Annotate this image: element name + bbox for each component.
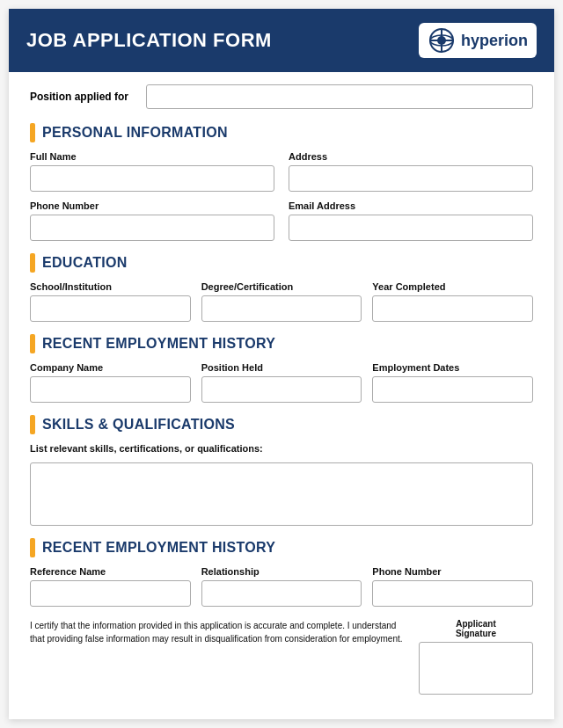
- company-label: Company Name: [30, 362, 191, 373]
- certification-row: I certify that the information provided …: [30, 619, 533, 695]
- emp-dates-group: Employment Dates: [372, 362, 533, 403]
- position-row: Position applied for: [30, 84, 533, 109]
- address-input[interactable]: [289, 165, 533, 192]
- ref-phone-input[interactable]: [372, 580, 533, 607]
- skills-field-group: List relevant skills, certifications, or…: [30, 443, 533, 526]
- position-input[interactable]: [146, 84, 533, 109]
- school-input[interactable]: [30, 295, 191, 322]
- employment-section: RECENT EMPLOYMENT HISTORY Company Name P…: [30, 334, 533, 403]
- company-group: Company Name: [30, 362, 191, 403]
- school-group: School/Institution: [30, 281, 191, 322]
- references-row: Reference Name Relationship Phone Number: [30, 566, 533, 607]
- skills-section-bar: [30, 415, 35, 434]
- certification-text: I certify that the information provided …: [30, 619, 405, 645]
- year-group: Year Completed: [372, 281, 533, 322]
- company-input[interactable]: [30, 376, 191, 403]
- logo-area: hyperion: [419, 23, 537, 58]
- header: JOB APPLICATION FORM hyperion: [9, 9, 554, 72]
- phone-label: Phone Number: [30, 200, 274, 211]
- sig-label: ApplicantSignature: [456, 619, 496, 638]
- form-title: JOB APPLICATION FORM: [26, 29, 272, 52]
- personal-row1: Full Name Address: [30, 151, 533, 192]
- education-row: School/Institution Degree/Certification …: [30, 281, 533, 322]
- emp-dates-input[interactable]: [372, 376, 533, 403]
- sig-area: ApplicantSignature: [419, 619, 533, 695]
- fullname-group: Full Name: [30, 151, 274, 192]
- personal-section-bar: [30, 123, 35, 142]
- logo-text: hyperion: [461, 32, 528, 50]
- applicant-sig-group: ApplicantSignature: [419, 619, 533, 695]
- skills-section-title: SKILLS & QUALIFICATIONS: [42, 417, 235, 433]
- ref-phone-label: Phone Number: [372, 566, 533, 577]
- employment-section-bar: [30, 334, 35, 353]
- references-section-title: RECENT EMPLOYMENT HISTORY: [42, 540, 275, 556]
- email-group: Email Address: [289, 200, 533, 241]
- address-group: Address: [289, 151, 533, 192]
- degree-label: Degree/Certification: [201, 281, 362, 292]
- phone-group: Phone Number: [30, 200, 274, 241]
- fullname-label: Full Name: [30, 151, 274, 162]
- school-label: School/Institution: [30, 281, 191, 292]
- position-label: Position applied for: [30, 91, 135, 103]
- year-input[interactable]: [372, 295, 533, 322]
- skills-section: SKILLS & QUALIFICATIONS List relevant sk…: [30, 415, 533, 526]
- position-held-group: Position Held: [201, 362, 362, 403]
- employment-section-title: RECENT EMPLOYMENT HISTORY: [42, 336, 275, 352]
- email-input[interactable]: [289, 215, 533, 241]
- skills-description: List relevant skills, certifications, or…: [30, 443, 533, 454]
- signature-box[interactable]: [419, 642, 533, 695]
- relationship-input[interactable]: [201, 580, 362, 607]
- ref-phone-group: Phone Number: [372, 566, 533, 607]
- degree-input[interactable]: [201, 295, 362, 322]
- emp-dates-label: Employment Dates: [372, 362, 533, 373]
- address-label: Address: [289, 151, 533, 162]
- relationship-group: Relationship: [201, 566, 362, 607]
- hyperion-logo-icon: [428, 26, 456, 55]
- ref-name-input[interactable]: [30, 580, 191, 607]
- references-section: RECENT EMPLOYMENT HISTORY Reference Name…: [30, 538, 533, 607]
- references-section-bar: [30, 538, 35, 557]
- skills-textarea[interactable]: [30, 462, 533, 526]
- phone-input[interactable]: [30, 215, 274, 241]
- year-label: Year Completed: [372, 281, 533, 292]
- education-section-header: EDUCATION: [30, 253, 533, 273]
- education-section-title: EDUCATION: [42, 255, 128, 271]
- ref-name-group: Reference Name: [30, 566, 191, 607]
- personal-row2: Phone Number Email Address: [30, 200, 533, 241]
- email-label: Email Address: [289, 200, 533, 211]
- personal-section-header: PERSONAL INFORMATION: [30, 123, 533, 142]
- position-held-input[interactable]: [201, 376, 362, 403]
- relationship-label: Relationship: [201, 566, 362, 577]
- personal-section: PERSONAL INFORMATION Full Name Address P…: [30, 123, 533, 241]
- education-section: EDUCATION School/Institution Degree/Cert…: [30, 253, 533, 322]
- employment-section-header: RECENT EMPLOYMENT HISTORY: [30, 334, 533, 353]
- personal-section-title: PERSONAL INFORMATION: [42, 125, 228, 141]
- references-section-header: RECENT EMPLOYMENT HISTORY: [30, 538, 533, 557]
- degree-group: Degree/Certification: [201, 281, 362, 322]
- skills-section-header: SKILLS & QUALIFICATIONS: [30, 415, 533, 434]
- page: JOB APPLICATION FORM hyperion Position a…: [9, 9, 554, 719]
- employment-row: Company Name Position Held Employment Da…: [30, 362, 533, 403]
- ref-name-label: Reference Name: [30, 566, 191, 577]
- position-held-label: Position Held: [201, 362, 362, 373]
- fullname-input[interactable]: [30, 165, 274, 192]
- education-section-bar: [30, 253, 35, 273]
- form-body: Position applied for PERSONAL INFORMATIO…: [9, 72, 554, 695]
